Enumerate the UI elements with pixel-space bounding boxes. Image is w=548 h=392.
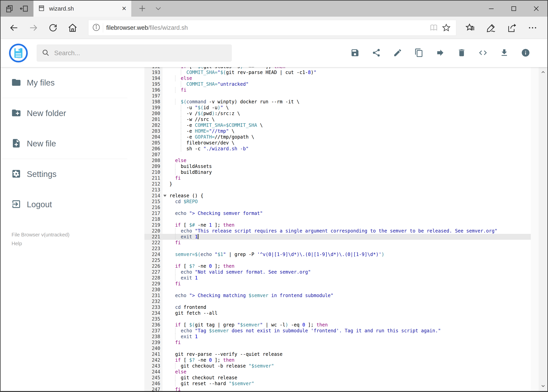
tab-preview-icon[interactable]: [6, 4, 14, 13]
page-scrollbar[interactable]: [539, 67, 548, 391]
code-line[interactable]: 199 -u "$(id -u)" \: [144, 105, 531, 111]
code-line[interactable]: 195 COMMIT_SHA="untracked": [144, 81, 531, 87]
url-bar[interactable]: filebrowser.web/files/wizard.sh: [88, 20, 456, 36]
set-tabs-aside-icon[interactable]: [20, 4, 28, 13]
code-line[interactable]: 246 git reset --hard "$semver": [144, 381, 531, 386]
save-button[interactable]: [350, 49, 360, 58]
sidebar-item-new-folder[interactable]: New folder: [0, 98, 144, 128]
code-line[interactable]: 227 echo "Not valid semver format. See s…: [144, 269, 531, 275]
share-button[interactable]: [503, 19, 521, 37]
code-line[interactable]: 221 exit 1: [144, 234, 531, 240]
code-line[interactable]: 226 if [ $? -ne 0 ]; then: [144, 263, 531, 269]
code-line[interactable]: 223: [144, 246, 531, 252]
code-line[interactable]: 203 -e HOME="//tmp" \: [144, 128, 531, 134]
code-line[interactable]: 201 -w //src \: [144, 116, 531, 122]
scroll-up-button[interactable]: [539, 69, 548, 75]
forward-button[interactable]: [24, 19, 42, 37]
reading-view-icon[interactable]: [428, 21, 440, 34]
code-line[interactable]: 205 filebrowser/dev \: [144, 140, 531, 146]
annotate-pen-button[interactable]: [482, 19, 500, 37]
code-line[interactable]: 213: [144, 187, 531, 193]
window-maximize-button[interactable]: [502, 0, 525, 17]
scroll-down-button[interactable]: [539, 383, 548, 389]
more-options-button[interactable]: [524, 19, 541, 37]
code-line[interactable]: 216: [144, 204, 531, 210]
code-line[interactable]: 218: [144, 216, 531, 222]
refresh-button[interactable]: [44, 19, 62, 37]
code-line[interactable]: 210 buildBinary: [144, 169, 531, 175]
tab-list-dropdown-button[interactable]: [154, 5, 162, 13]
code-line[interactable]: 233 cd frontend: [144, 304, 531, 310]
download-button[interactable]: [500, 49, 509, 58]
code-button[interactable]: [478, 49, 487, 58]
code-line[interactable]: 231 echo "> Checking matching $semver in…: [144, 293, 531, 298]
code-line[interactable]: 243 git checkout -b release "$semver": [144, 363, 531, 369]
sidebar-item-new-file[interactable]: New file: [0, 128, 144, 159]
code-line[interactable]: 215 cd $REPO: [144, 199, 531, 204]
url-text[interactable]: filebrowser.web/files/wizard.sh: [106, 24, 428, 31]
code-line[interactable]: 234 git fetch --all: [144, 310, 531, 316]
code-editor[interactable]: 192 if [ "$(git status -s)" == "" ]; the…: [144, 67, 531, 391]
edit-button[interactable]: [393, 49, 402, 58]
home-button[interactable]: [64, 19, 82, 37]
code-line[interactable]: 245 git checkout release: [144, 375, 531, 381]
window-close-button[interactable]: [525, 0, 548, 17]
code-line[interactable]: 219 if [ $# -ne 1 ]; then: [144, 222, 531, 228]
new-tab-button[interactable]: [138, 4, 146, 13]
tab-close-button[interactable]: ✕: [122, 6, 127, 12]
code-line[interactable]: 217 echo "> Checking semver format": [144, 210, 531, 216]
code-line[interactable]: 228 exit 1: [144, 275, 531, 281]
code-line[interactable]: 238 exit 1: [144, 334, 531, 340]
help-link[interactable]: Help: [12, 239, 144, 248]
code-line[interactable]: 204 -e GOPATH=//tmp/gopath \: [144, 134, 531, 140]
code-line[interactable]: 242 if [ $? -ne 0 ]; then: [144, 357, 531, 363]
code-line[interactable]: 230: [144, 287, 531, 293]
move-button[interactable]: [436, 49, 445, 58]
sidebar-item-my-files[interactable]: My files: [0, 68, 144, 98]
window-minimize-button[interactable]: [480, 0, 502, 17]
code-line[interactable]: 247 fi: [144, 386, 531, 391]
sidebar-item-logout[interactable]: Logout: [0, 189, 144, 220]
code-line[interactable]: 193 COMMIT_SHA="$(git rev-parse HEAD | c…: [144, 70, 531, 75]
delete-button[interactable]: [457, 49, 466, 58]
search-box[interactable]: [37, 44, 232, 62]
share-button[interactable]: [372, 49, 381, 58]
favorite-star-button[interactable]: [440, 21, 452, 34]
search-input[interactable]: [54, 49, 227, 57]
code-line[interactable]: 196 fi: [144, 87, 531, 93]
hub-favorites-button[interactable]: [461, 19, 479, 37]
code-line[interactable]: 194 else: [144, 75, 531, 81]
code-line[interactable]: 206 sh -c "./wizard.sh -b": [144, 146, 531, 152]
tab[interactable]: wizard.sh ✕: [34, 0, 131, 17]
code-line[interactable]: 211 fi: [144, 175, 531, 181]
code-line[interactable]: 232: [144, 298, 531, 304]
code-line[interactable]: 244 else: [144, 369, 531, 375]
copy-button[interactable]: [414, 49, 423, 58]
code-line[interactable]: 208 else: [144, 158, 531, 163]
back-button[interactable]: [5, 19, 23, 37]
code-line[interactable]: 214release () {: [144, 193, 531, 199]
code-line[interactable]: 212}: [144, 181, 531, 187]
code-line[interactable]: 237 echo "Tag $semver does not exist in …: [144, 328, 531, 334]
code-line[interactable]: 220 echo "This release script requires a…: [144, 228, 531, 234]
code-line[interactable]: 235: [144, 316, 531, 322]
code-line[interactable]: 224 semver=$(echo "$1" | grep -P '^v(0|[…: [144, 252, 531, 257]
editor-scrollbar[interactable]: [531, 67, 539, 391]
code-line[interactable]: 222 fi: [144, 240, 531, 246]
code-line[interactable]: 240: [144, 345, 531, 351]
sidebar-item-settings[interactable]: Settings: [0, 159, 144, 189]
code-line[interactable]: 198 $(command -v winpty) docker run --rm…: [144, 99, 531, 105]
code-line[interactable]: 236 if [ $(git tag | grep "$semver" | wc…: [144, 322, 531, 328]
code-line[interactable]: 239 fi: [144, 340, 531, 345]
site-info-icon[interactable]: [92, 23, 101, 33]
code-line[interactable]: 197: [144, 93, 531, 99]
code-line[interactable]: 229 fi: [144, 281, 531, 287]
code-line[interactable]: 225: [144, 257, 531, 263]
code-line[interactable]: 207: [144, 152, 531, 158]
code-line[interactable]: 209 buildAssets: [144, 163, 531, 169]
code-line[interactable]: 200 -v /$(pwd):/src:z \: [144, 111, 531, 116]
info-button[interactable]: [521, 49, 530, 58]
code-line[interactable]: 192 if [ "$(git status -s)" == "" ]; the…: [144, 67, 531, 70]
code-line[interactable]: 202 -e COMMIT_SHA=$COMMIT_SHA \: [144, 122, 531, 128]
code-line[interactable]: 241 git rev-parse --verify --quiet relea…: [144, 351, 531, 357]
